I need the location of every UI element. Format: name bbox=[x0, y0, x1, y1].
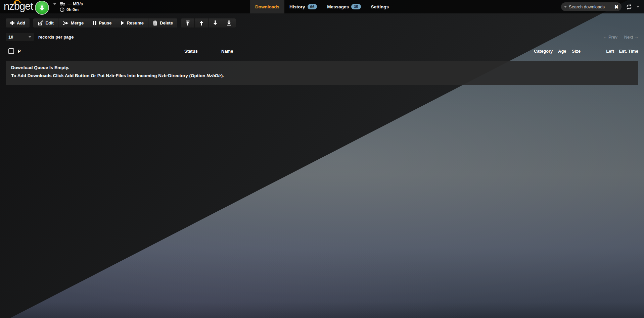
plus-icon bbox=[10, 21, 14, 25]
records-per-page-label: records per page bbox=[38, 35, 74, 40]
download-arrow-icon bbox=[38, 4, 46, 12]
select-all-checkbox[interactable] bbox=[8, 48, 14, 54]
resume-button-label: Resume bbox=[127, 20, 144, 25]
pause-button[interactable]: Pause bbox=[88, 18, 116, 28]
tab-downloads-label: Downloads bbox=[255, 4, 279, 9]
messages-count-badge: 35 bbox=[351, 4, 361, 9]
tab-messages[interactable]: Messages 35 bbox=[322, 0, 366, 13]
queue-table-header: P Status Name Category Age Size Left Est… bbox=[0, 47, 644, 56]
tab-settings-label: Settings bbox=[371, 4, 389, 9]
refresh-icon bbox=[626, 4, 632, 10]
resume-button[interactable]: Resume bbox=[116, 18, 148, 28]
arrow-to-top-icon bbox=[185, 20, 190, 25]
select-caret-icon bbox=[29, 36, 31, 38]
empty-queue-message: Download Queue Is Empty. To Add Download… bbox=[6, 61, 638, 85]
search-cluster: ✖ bbox=[561, 0, 639, 13]
pause-icon bbox=[93, 21, 96, 25]
empty-hint-suffix: ). bbox=[221, 73, 224, 78]
refresh-menu-caret-icon[interactable] bbox=[637, 6, 639, 8]
download-menu-caret-icon[interactable] bbox=[53, 3, 56, 5]
arrow-up-icon bbox=[199, 20, 204, 25]
add-button-label: Add bbox=[17, 20, 25, 25]
pagination: ← Prev Next → bbox=[603, 33, 639, 41]
resume-icon bbox=[121, 21, 124, 25]
status-stats: --- MB/s 0h 0m bbox=[60, 1, 83, 12]
search-clear-icon[interactable]: ✖ bbox=[614, 4, 618, 9]
download-toggle-button[interactable] bbox=[35, 1, 49, 15]
time-clock-icon bbox=[60, 7, 64, 12]
empty-hint-prefix: To Add Downloads Click Add Button Or Put… bbox=[11, 73, 206, 78]
edit-button-label: Edit bbox=[45, 20, 54, 25]
records-per-page-value: 10 bbox=[8, 35, 13, 40]
column-header-age: Age bbox=[558, 49, 566, 54]
records-per-page-select[interactable]: 10 bbox=[6, 33, 34, 41]
column-header-priority: P bbox=[18, 49, 21, 54]
column-header-status: Status bbox=[184, 49, 198, 54]
speed-value: --- MB/s bbox=[67, 2, 83, 6]
arrow-to-bottom-icon bbox=[227, 20, 231, 25]
delete-button[interactable]: Delete bbox=[148, 18, 177, 28]
move-down-button[interactable] bbox=[208, 18, 222, 28]
refresh-button[interactable] bbox=[626, 4, 632, 10]
search-options-caret-icon[interactable] bbox=[564, 6, 567, 8]
pause-button-label: Pause bbox=[99, 20, 111, 25]
edit-icon bbox=[38, 20, 43, 26]
trash-icon bbox=[153, 20, 157, 25]
search-box[interactable]: ✖ bbox=[561, 2, 622, 11]
move-top-button[interactable] bbox=[181, 18, 194, 28]
time-left-value: 0h 0m bbox=[66, 7, 79, 12]
tab-history[interactable]: History 66 bbox=[284, 0, 322, 13]
empty-queue-title: Download Queue Is Empty. bbox=[11, 65, 633, 70]
edit-button[interactable]: Edit bbox=[33, 18, 58, 28]
merge-button-label: Merge bbox=[71, 20, 84, 25]
search-input[interactable] bbox=[569, 4, 612, 9]
tab-settings[interactable]: Settings bbox=[366, 0, 394, 13]
add-button[interactable]: Add bbox=[6, 18, 30, 28]
queue-toolbar: Add Edit Merge Pause bbox=[6, 18, 236, 28]
tab-history-label: History bbox=[289, 4, 305, 9]
move-bottom-button[interactable] bbox=[222, 18, 236, 28]
app-logo: nz bget bbox=[4, 0, 33, 12]
column-header-left: Left bbox=[606, 49, 614, 54]
column-header-category: Category bbox=[534, 49, 553, 54]
records-per-page-row: 10 records per page bbox=[6, 33, 74, 41]
logo-text-get: get bbox=[19, 0, 33, 12]
move-up-button[interactable] bbox=[194, 18, 208, 28]
prev-page-link[interactable]: ← Prev bbox=[603, 35, 617, 40]
merge-button[interactable]: Merge bbox=[58, 18, 88, 28]
column-header-size: Size bbox=[572, 49, 581, 54]
column-header-name: Name bbox=[221, 49, 233, 54]
empty-queue-hint: To Add Downloads Click Add Button Or Put… bbox=[11, 73, 633, 78]
arrow-down-icon bbox=[213, 20, 218, 25]
column-header-est-time: Est. Time bbox=[619, 49, 638, 54]
delete-button-label: Delete bbox=[160, 20, 173, 25]
tab-messages-label: Messages bbox=[327, 4, 349, 9]
next-page-link[interactable]: Next → bbox=[624, 35, 639, 40]
top-navbar: nz bget --- MB/s 0h 0 bbox=[0, 0, 644, 13]
merge-icon bbox=[63, 21, 68, 25]
history-count-badge: 66 bbox=[308, 4, 317, 9]
logo-arc-icon bbox=[13, 0, 21, 4]
tab-downloads[interactable]: Downloads bbox=[250, 0, 284, 13]
empty-hint-option-name: NzbDir bbox=[206, 73, 221, 78]
main-tabs: Downloads History 66 Messages 35 Setting… bbox=[250, 0, 394, 13]
speed-truck-icon bbox=[60, 2, 65, 6]
